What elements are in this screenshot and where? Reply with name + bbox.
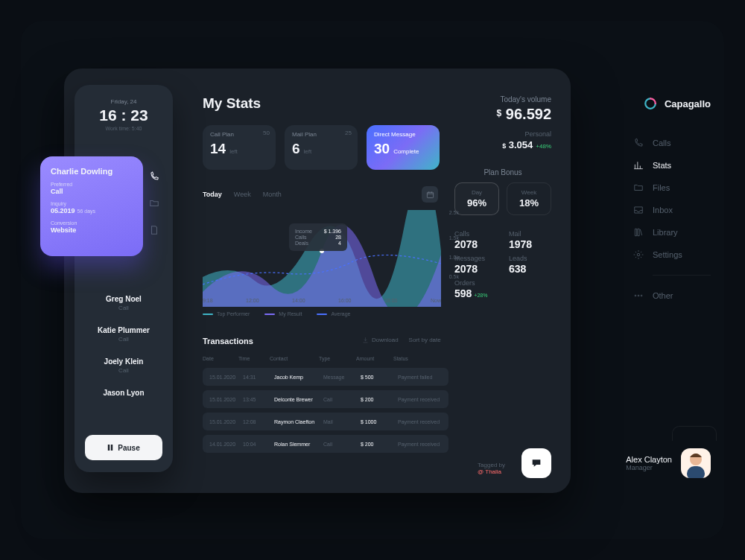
svg-rect-9: [111, 445, 112, 451]
phone-icon[interactable]: [149, 171, 159, 182]
metric-calls: Calls2078: [454, 230, 497, 250]
current-date: Friday, 24: [85, 98, 162, 105]
bonus-week[interactable]: Week 18%: [507, 182, 551, 215]
svg-point-2: [638, 295, 639, 296]
nav-item-inbox[interactable]: Inbox: [633, 205, 711, 215]
sort-button[interactable]: Sort by date: [409, 337, 441, 343]
plan-card[interactable]: 25Mail Plan6left: [285, 125, 358, 170]
metric-leads: Leads638: [509, 255, 551, 275]
current-user[interactable]: Alex Clayton Manager: [626, 448, 711, 478]
transactions-rows: 15.01.202014:31Jacob KempMessage$ 500Pay…: [203, 368, 448, 453]
nav-item-calls[interactable]: Calls: [633, 138, 711, 148]
nav-item-settings[interactable]: Settings: [633, 249, 711, 260]
transactions-title: Transactions: [203, 337, 253, 346]
svg-point-1: [635, 295, 636, 296]
user-panel-outline: [672, 426, 717, 441]
plan-card[interactable]: Direct Message30Complete: [367, 125, 440, 170]
svg-rect-8: [108, 445, 110, 451]
metric-mail: Mail1978: [509, 230, 551, 250]
inbox-icon: [633, 205, 644, 215]
nav-item-stats[interactable]: Stats: [633, 160, 711, 171]
performance-chart: 2.5k 1.5k 1.0k 0.5k Income$ 1.396 Calls2…: [203, 210, 441, 307]
side-action-icons: [149, 171, 159, 235]
plan-card[interactable]: 50Call Plan14left: [203, 125, 276, 170]
chart-tab[interactable]: Today: [203, 191, 222, 198]
list-item[interactable]: Katie PlummerCall: [85, 326, 162, 343]
other-icon: [633, 290, 644, 301]
download-button[interactable]: Download: [362, 337, 399, 343]
chart-legend: Top PerformerMy ResultAverage: [203, 311, 350, 316]
legend-item: Top Performer: [203, 311, 250, 316]
svg-rect-5: [687, 466, 705, 478]
chat-button[interactable]: [522, 448, 551, 478]
stats-icon: [633, 160, 644, 171]
files-icon: [633, 182, 644, 193]
chart-tab[interactable]: Week: [234, 191, 251, 198]
chart-tab[interactable]: Month: [263, 191, 282, 198]
transactions-header: DateTimeContactTypeAmountStatus: [203, 356, 448, 361]
brand-name: Capagallo: [665, 98, 711, 109]
nav-item-other[interactable]: Other: [633, 290, 711, 301]
volume-value: $ 96.592: [454, 106, 551, 123]
people-panel: Friday, 24 16 : 23 Work time: 5:40 Greg …: [74, 85, 173, 472]
chat-icon: [530, 457, 542, 469]
nav-item-files[interactable]: Files: [633, 182, 711, 193]
people-list: Greg NoelCallKatie PlummerCallJoely Klei…: [85, 295, 162, 397]
bonus-day[interactable]: Day 96%: [454, 182, 499, 215]
current-time: 16 : 23: [85, 106, 162, 124]
pause-button[interactable]: Pause: [85, 435, 162, 460]
work-time: Work time: 5:40: [85, 126, 162, 131]
legend-item: Average: [317, 311, 350, 316]
metric-orders: Orders598+28%: [454, 279, 497, 299]
folder-icon[interactable]: [149, 198, 159, 209]
transactions-tools: Download Sort by date: [362, 337, 441, 343]
plan-cards: 50Call Plan14left25Mail Plan6leftDirect …: [203, 125, 440, 170]
calendar-button[interactable]: [422, 186, 438, 203]
table-row[interactable]: 15.01.202014:31Jacob KempMessage$ 500Pay…: [203, 368, 448, 386]
personal-value: $ 3.054+48%: [454, 139, 551, 150]
svg-point-3: [641, 295, 642, 296]
library-icon: [633, 227, 644, 238]
contact-card[interactable]: Charlie Dowling PreferredCall Inquiry05.…: [40, 156, 143, 256]
volume-label: Today's volume: [454, 95, 551, 104]
nav-item-library[interactable]: Library: [633, 227, 711, 238]
bonus-title: Plan Bonus: [454, 168, 551, 176]
table-row[interactable]: 15.01.202012:08Raymon ClaeftonMail$ 1000…: [203, 413, 448, 430]
main-nav: CallsStatsFilesInboxLibrarySettingsOther: [633, 138, 745, 301]
summary-column: Today's volume $ 96.592 Personal $ 3.054…: [454, 95, 551, 299]
pause-icon: [107, 445, 113, 451]
list-item[interactable]: Greg NoelCall: [85, 295, 162, 311]
legend-item: My Result: [264, 311, 302, 316]
avatar: [681, 448, 711, 478]
contact-name: Charlie Dowling: [51, 167, 133, 176]
svg-rect-6: [427, 192, 433, 197]
table-row[interactable]: 14.01.202010:04Rolan SlemmerCall$ 200Pay…: [203, 435, 448, 453]
chart-x-axis: 9:1812:0014:0016:0018:00Now: [203, 298, 441, 303]
user-name: Alex Clayton: [626, 455, 672, 464]
tagged-by: Tagged by@ Thalia: [478, 462, 505, 475]
metrics-grid: Calls2078Mail1978Messages2078Leads638Ord…: [454, 230, 551, 299]
list-item[interactable]: Joely KleinCall: [85, 357, 162, 374]
phone-icon: [633, 138, 644, 148]
download-icon: [362, 337, 369, 343]
brand-logo-icon: [644, 97, 657, 110]
page-title: My Stats: [203, 95, 261, 112]
calendar-icon: [426, 191, 434, 199]
metric-messages: Messages2078: [454, 255, 497, 275]
chart-tabs: TodayWeekMonth: [203, 191, 282, 198]
document-icon[interactable]: [149, 225, 159, 235]
brand: Capagallo: [644, 97, 711, 110]
settings-icon: [633, 249, 644, 260]
personal-label: Personal: [454, 130, 551, 138]
list-item[interactable]: Jason Lyon: [85, 389, 162, 397]
chart-tooltip: Income$ 1.396 Calls28 Deals4: [289, 223, 347, 251]
table-row[interactable]: 15.01.202013:45Delconte BrewerCall$ 200P…: [203, 390, 448, 408]
svg-point-0: [637, 253, 640, 256]
user-role: Manager: [626, 464, 672, 471]
